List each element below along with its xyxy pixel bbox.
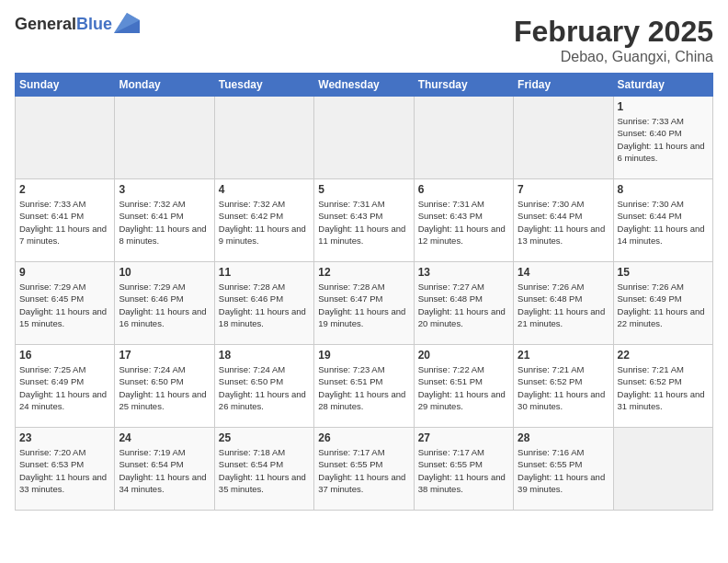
day-info: Daylight: 11 hours and 25 minutes. [119,388,210,413]
day-info: Daylight: 11 hours and 29 minutes. [418,388,509,413]
day-info: Sunrise: 7:24 AM [119,363,210,375]
day-info: Sunrise: 7:32 AM [119,198,210,210]
day-number: 24 [119,431,210,444]
day-number: 26 [318,431,409,444]
day-info: Sunset: 6:50 PM [119,375,210,387]
col-monday: Monday [115,74,214,97]
calendar-cell: 20Sunrise: 7:22 AMSunset: 6:51 PMDayligh… [414,345,513,428]
col-wednesday: Wednesday [314,74,414,97]
day-info: Sunset: 6:42 PM [219,210,310,222]
col-sunday: Sunday [16,74,115,97]
calendar-cell: 27Sunrise: 7:17 AMSunset: 6:55 PMDayligh… [414,428,513,511]
day-number: 16 [19,349,110,362]
day-info: Sunset: 6:46 PM [119,293,210,304]
day-info: Sunset: 6:41 PM [19,210,110,222]
calendar-title: February 2025 [514,15,713,49]
calendar-cell: 23Sunrise: 7:20 AMSunset: 6:53 PMDayligh… [16,428,115,511]
day-info: Sunrise: 7:30 AM [618,198,709,210]
day-info: Sunset: 6:41 PM [119,210,210,222]
day-number: 9 [19,266,110,279]
col-tuesday: Tuesday [214,74,313,97]
calendar-header-row: Sunday Monday Tuesday Wednesday Thursday… [16,74,713,97]
day-info: Daylight: 11 hours and 31 minutes. [618,388,709,413]
day-info: Sunrise: 7:21 AM [518,363,609,375]
day-number: 3 [119,183,210,196]
day-info: Sunrise: 7:33 AM [618,115,709,127]
day-info: Daylight: 11 hours and 18 minutes. [219,305,310,330]
day-info: Sunset: 6:44 PM [518,210,609,222]
calendar-cell: 26Sunrise: 7:17 AMSunset: 6:55 PMDayligh… [314,428,414,511]
day-number: 28 [518,431,609,444]
day-info: Sunrise: 7:18 AM [219,446,310,458]
calendar-cell: 18Sunrise: 7:24 AMSunset: 6:50 PMDayligh… [214,345,313,428]
calendar-cell: 13Sunrise: 7:27 AMSunset: 6:48 PMDayligh… [414,262,513,345]
day-number: 15 [618,266,709,279]
calendar-cell: 11Sunrise: 7:28 AMSunset: 6:46 PMDayligh… [214,262,313,345]
day-info: Daylight: 11 hours and 8 minutes. [119,223,210,247]
calendar-week-row: 2Sunrise: 7:33 AMSunset: 6:41 PMDaylight… [16,179,713,262]
day-info: Sunset: 6:48 PM [418,293,509,304]
day-info: Sunrise: 7:26 AM [618,281,709,293]
calendar-cell [414,97,513,179]
calendar-cell [314,97,414,179]
calendar-cell [115,97,214,179]
day-info: Sunset: 6:55 PM [318,458,409,470]
calendar-cell: 24Sunrise: 7:19 AMSunset: 6:54 PMDayligh… [115,428,214,511]
day-info: Daylight: 11 hours and 20 minutes. [418,305,509,330]
day-info: Sunrise: 7:30 AM [518,198,609,210]
calendar-week-row: 23Sunrise: 7:20 AMSunset: 6:53 PMDayligh… [16,428,713,511]
day-number: 4 [219,183,310,196]
day-number: 18 [219,349,310,362]
day-info: Sunset: 6:51 PM [318,375,409,387]
calendar-cell [514,97,613,179]
day-info: Sunrise: 7:17 AM [418,446,509,458]
day-number: 14 [518,266,609,279]
logo-icon [114,13,140,33]
day-info: Sunset: 6:52 PM [618,375,709,387]
day-info: Daylight: 11 hours and 34 minutes. [119,471,210,496]
logo-blue: Blue [76,15,112,33]
day-info: Sunrise: 7:21 AM [618,363,709,375]
day-info: Daylight: 11 hours and 7 minutes. [19,223,110,247]
day-info: Sunrise: 7:22 AM [418,363,509,375]
calendar-cell: 17Sunrise: 7:24 AMSunset: 6:50 PMDayligh… [115,345,214,428]
day-info: Sunset: 6:55 PM [418,458,509,470]
calendar-cell: 9Sunrise: 7:29 AMSunset: 6:45 PMDaylight… [16,262,115,345]
day-info: Sunrise: 7:23 AM [318,363,409,375]
day-info: Sunrise: 7:20 AM [19,446,110,458]
day-info: Daylight: 11 hours and 16 minutes. [119,305,210,330]
day-number: 8 [618,183,709,196]
day-info: Sunset: 6:51 PM [418,375,509,387]
calendar-cell: 4Sunrise: 7:32 AMSunset: 6:42 PMDaylight… [214,179,313,262]
day-info: Sunset: 6:55 PM [518,458,609,470]
day-info: Daylight: 11 hours and 30 minutes. [518,388,609,413]
calendar-cell: 1Sunrise: 7:33 AMSunset: 6:40 PMDaylight… [613,97,712,179]
col-thursday: Thursday [414,74,513,97]
day-number: 25 [219,431,310,444]
day-info: Daylight: 11 hours and 24 minutes. [19,388,110,413]
calendar-cell: 25Sunrise: 7:18 AMSunset: 6:54 PMDayligh… [214,428,313,511]
day-number: 13 [418,266,509,279]
logo: GeneralBlue [15,15,140,34]
day-info: Daylight: 11 hours and 13 minutes. [518,223,609,247]
page-header: GeneralBlue February 2025 Debao, Guangxi… [15,15,713,65]
day-info: Daylight: 11 hours and 26 minutes. [219,388,310,413]
day-info: Sunrise: 7:16 AM [518,446,609,458]
calendar-week-row: 1Sunrise: 7:33 AMSunset: 6:40 PMDaylight… [16,97,713,179]
day-info: Sunset: 6:40 PM [618,127,709,139]
day-info: Sunrise: 7:31 AM [418,198,509,210]
col-saturday: Saturday [613,74,712,97]
day-info: Sunset: 6:49 PM [618,293,709,304]
day-info: Sunset: 6:43 PM [318,210,409,222]
day-info: Daylight: 11 hours and 37 minutes. [318,471,409,496]
calendar-cell: 22Sunrise: 7:21 AMSunset: 6:52 PMDayligh… [613,345,712,428]
day-info: Sunset: 6:50 PM [219,375,310,387]
calendar-table: Sunday Monday Tuesday Wednesday Thursday… [15,73,713,511]
day-info: Daylight: 11 hours and 39 minutes. [518,471,609,496]
calendar-cell: 2Sunrise: 7:33 AMSunset: 6:41 PMDaylight… [16,179,115,262]
calendar-cell: 15Sunrise: 7:26 AMSunset: 6:49 PMDayligh… [613,262,712,345]
day-info: Sunrise: 7:28 AM [318,281,409,293]
day-info: Daylight: 11 hours and 11 minutes. [318,223,409,247]
logo-general: General [15,15,76,33]
day-info: Sunrise: 7:17 AM [318,446,409,458]
